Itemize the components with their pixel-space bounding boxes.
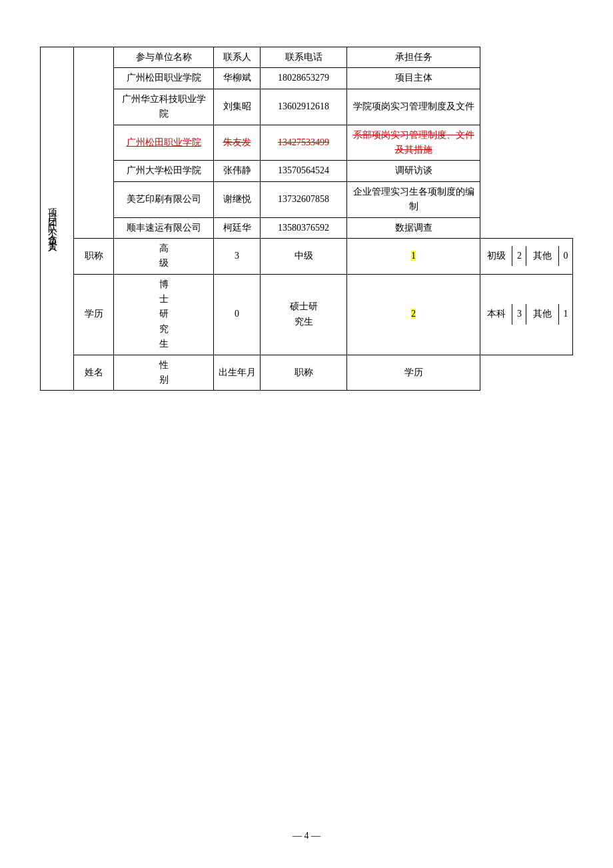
phone-5: 13732607858 <box>261 181 347 217</box>
unit-4: 广州大学松田学院 <box>114 161 214 181</box>
task-6: 数据调查 <box>347 217 480 238</box>
member-gender-header: 性别 <box>114 355 214 391</box>
col-contact-header: 联系人 <box>214 47 261 68</box>
phone-1: 18028653279 <box>261 68 347 89</box>
title-gaoji-label: 高级 <box>114 238 214 274</box>
edu-extra: 本科 3 其他 1 <box>480 274 573 355</box>
edu-master-label: 硕士研究生 <box>261 274 347 355</box>
main-table: 项 目 团 队 （不 含负 责人） 参与单位名称 联系人 联系电话 承担任务 广… <box>40 47 573 391</box>
contact-6: 柯廷华 <box>214 217 261 238</box>
col-task-header: 承担任务 <box>347 47 480 68</box>
page: 项 目 团 队 （不 含负 责人） 参与单位名称 联系人 联系电话 承担任务 广… <box>0 0 613 868</box>
edu-doctor-count: 0 <box>214 274 261 355</box>
title-gaoji-count: 3 <box>214 238 261 274</box>
member-title-header: 职称 <box>261 355 347 391</box>
edu-label: 学历 <box>74 274 114 355</box>
page-footer: — 4 — <box>0 831 613 841</box>
phone-2: 13602912618 <box>261 89 347 125</box>
task-5: 企业管理实习生各项制度的编制 <box>347 181 480 217</box>
contact-5: 谢继悦 <box>214 181 261 217</box>
contact-3: 朱友发 <box>214 125 261 161</box>
task-4: 调研访谈 <box>347 161 480 181</box>
phone-3: 13427533499 <box>261 125 347 161</box>
task-1: 项目主体 <box>347 68 480 89</box>
empty-col <box>74 47 114 239</box>
edu-doctor-label: 博士研究生 <box>114 274 214 355</box>
title-label: 职称 <box>74 238 114 274</box>
contact-4: 张伟静 <box>214 161 261 181</box>
unit-2: 广州华立科技职业学院 <box>114 89 214 125</box>
member-edu-header: 学历 <box>347 355 480 391</box>
edu-master-count: 2 <box>347 274 480 355</box>
unit-5: 美艺印刷有限公司 <box>114 181 214 217</box>
col-phone-header: 联系电话 <box>261 47 347 68</box>
footer-text: — 4 — <box>293 831 320 841</box>
member-birth-header: 出生年月 <box>214 355 261 391</box>
title-zhongji-label: 中级 <box>261 238 347 274</box>
title-zhongji-count: 1 <box>347 238 480 274</box>
unit-3: 广州松田职业学院 <box>114 125 214 161</box>
task-2: 学院项岗实习管理制度及文件 <box>347 89 480 125</box>
task-3: 系部项岗实习管理制度、文件及其措施 <box>347 125 480 161</box>
col-unit-header: 参与单位名称 <box>114 47 214 68</box>
unit-6: 顺丰速运有限公司 <box>114 217 214 238</box>
project-team-label: 项 目 团 队 （不 含负 责人） <box>41 47 74 391</box>
phone-6: 13580376592 <box>261 217 347 238</box>
contact-1: 华柳斌 <box>214 68 261 89</box>
unit-1: 广州松田职业学院 <box>114 68 214 89</box>
contact-2: 刘集昭 <box>214 89 261 125</box>
phone-4: 13570564524 <box>261 161 347 181</box>
member-name-header: 姓名 <box>74 355 114 391</box>
title-extra: 初级 2 其他 0 <box>480 238 573 274</box>
